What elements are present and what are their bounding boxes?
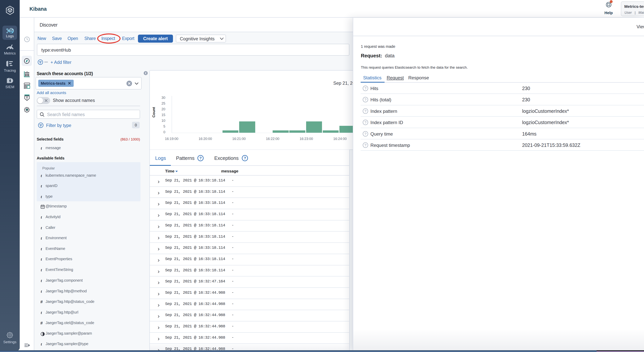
svg-text:?: ?: [244, 156, 246, 160]
svg-text:?: ?: [199, 156, 202, 160]
